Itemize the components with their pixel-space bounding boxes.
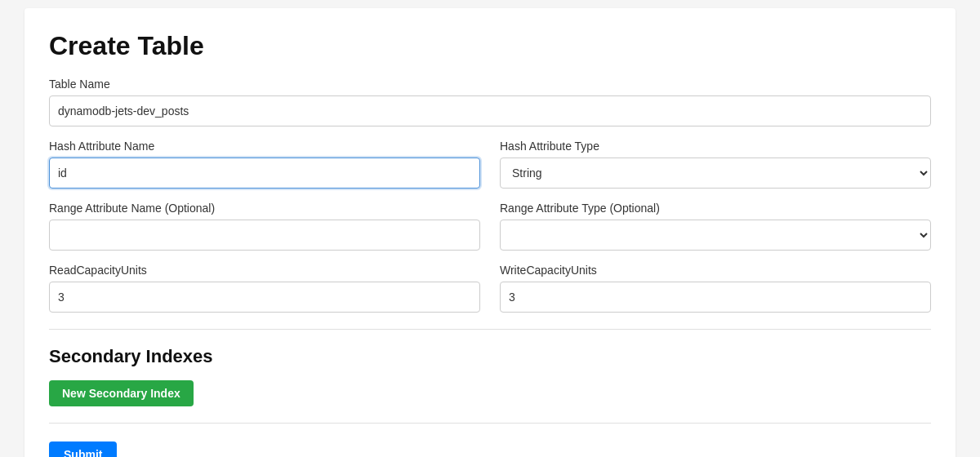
hash-attr-type-group: Hash Attribute Type String Number Binary (500, 140, 931, 189)
range-attr-type-select[interactable]: String Number Binary (500, 220, 931, 251)
secondary-indexes-title: Secondary Indexes (49, 346, 931, 367)
hash-attr-name-group: Hash Attribute Name (49, 140, 480, 189)
divider-1 (49, 329, 931, 330)
submit-button[interactable]: Submit (49, 441, 117, 457)
range-attr-type-group: Range Attribute Type (Optional) String N… (500, 202, 931, 251)
read-capacity-input[interactable] (49, 282, 480, 313)
table-name-label: Table Name (49, 78, 931, 91)
capacity-row: ReadCapacityUnits WriteCapacityUnits (49, 264, 931, 313)
page-title: Create Table (49, 31, 931, 61)
table-name-row: Table Name (49, 78, 931, 126)
range-attr-name-label: Range Attribute Name (Optional) (49, 202, 480, 215)
write-capacity-input[interactable] (500, 282, 931, 313)
hash-attr-name-label: Hash Attribute Name (49, 140, 480, 153)
range-attr-name-input[interactable] (49, 220, 480, 251)
write-capacity-label: WriteCapacityUnits (500, 264, 931, 277)
write-capacity-group: WriteCapacityUnits (500, 264, 931, 313)
range-attr-name-group: Range Attribute Name (Optional) (49, 202, 480, 251)
page-container: Create Table Table Name Hash Attribute N… (24, 8, 956, 457)
secondary-indexes-section: Secondary Indexes New Secondary Index (49, 346, 931, 406)
range-attr-type-label: Range Attribute Type (Optional) (500, 202, 931, 215)
divider-2 (49, 423, 931, 424)
table-name-input[interactable] (49, 95, 931, 126)
hash-attr-row: Hash Attribute Name Hash Attribute Type … (49, 140, 931, 189)
read-capacity-group: ReadCapacityUnits (49, 264, 480, 313)
read-capacity-label: ReadCapacityUnits (49, 264, 480, 277)
hash-attr-type-select[interactable]: String Number Binary (500, 158, 931, 189)
new-secondary-index-button[interactable]: New Secondary Index (49, 380, 194, 406)
hash-attr-name-input[interactable] (49, 158, 480, 189)
hash-attr-type-label: Hash Attribute Type (500, 140, 931, 153)
range-attr-row: Range Attribute Name (Optional) Range At… (49, 202, 931, 251)
submit-section: Submit (49, 437, 931, 457)
